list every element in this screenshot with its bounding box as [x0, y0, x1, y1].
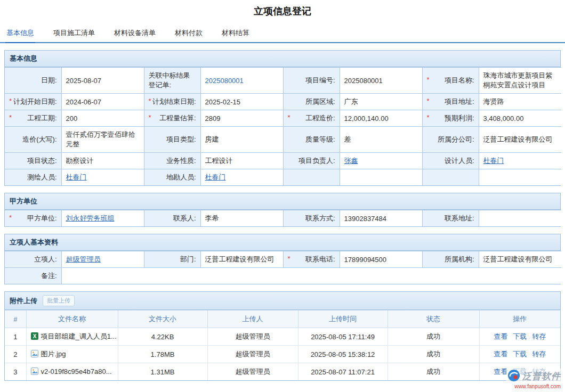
field-label-surveyor: 测绘人员:: [5, 169, 61, 186]
field-label-initiator: 立项人:: [5, 251, 61, 268]
view-link[interactable]: 查看: [494, 332, 507, 340]
initiator-table: 立项人: 超级管理员 部门: 泛普工程建设有限公司 *联系电话: 1789909…: [5, 251, 561, 284]
basic-row-2: *计划开始日期: 2024-06-07 *计划结束日期: 2025-02-15 …: [5, 94, 561, 110]
required-asterisk: *: [9, 214, 12, 223]
field-value-contact: 李希: [200, 210, 283, 227]
section-party-a: 甲方单位 *甲方单位: 刘永好劳务班组 联系人: 李希 联系方式: 139028…: [4, 193, 561, 227]
tab-material-settlement[interactable]: 材料结算: [221, 24, 251, 42]
field-label-contact: 联系人:: [144, 210, 200, 227]
file-name-cell: X项目部组建_调入人员1...: [26, 328, 118, 346]
attachments-table: # 文件名称 文件大小 上传人 上传时间 状态 操作 1 X项目部组建_调入人员…: [5, 310, 560, 380]
view-link[interactable]: 查看: [494, 368, 507, 375]
download-link[interactable]: 下载: [513, 332, 527, 340]
file-size: 4.22KB: [118, 328, 207, 346]
initiator-link[interactable]: 超级管理员: [66, 255, 101, 263]
file-row: 2 图片.jpg 1.78MB 超级管理员 2025-08-05 15:38:1…: [5, 346, 560, 363]
surveyor-link[interactable]: 杜春门: [66, 173, 87, 181]
section-party-a-title: 甲方单位: [10, 197, 37, 206]
field-label-date: 日期:: [5, 68, 61, 94]
download-link[interactable]: 下载: [513, 350, 527, 358]
basic-row-5: 项目状态: 勘察设计 业务性质: 工程设计 项目负责人: 张鑫 设计人员: 杜春…: [5, 153, 561, 169]
file-time: 2025-08-05 15:38:12: [298, 346, 388, 363]
empty-label-cell: [283, 169, 340, 186]
field-value-designer: 杜春门: [479, 153, 561, 169]
field-value-surveyor: 杜春门: [61, 169, 144, 186]
party-row-1: *甲方单位: 刘永好劳务班组 联系人: 李希 联系方式: 13902837484…: [5, 210, 561, 227]
field-label-geo: 地勘人员:: [144, 169, 200, 186]
empty-value-cell: [479, 169, 561, 186]
field-value-type: 房建: [200, 127, 283, 153]
col-header-name: 文件名称: [26, 311, 118, 328]
image-file-icon: [31, 350, 38, 359]
field-value-branch: 泛普工程建设有限公司: [479, 127, 561, 153]
fanpu-logo-icon: [507, 369, 520, 383]
file-index: 2: [5, 346, 26, 363]
required-asterisk: *: [149, 113, 151, 123]
field-value-party-unit: 刘永好劳务班组: [61, 210, 144, 227]
page: 立项信息登记 基本信息 项目施工清单 材料设备清单 材料付款 材料结算 基本信息…: [0, 0, 565, 381]
file-index: 1: [5, 328, 26, 346]
tab-construction-list[interactable]: 项目施工清单: [52, 24, 96, 42]
file-uploader: 超级管理员: [207, 346, 298, 363]
fanpu-watermark: 泛普软件 www.fanpusoft.com: [506, 369, 562, 390]
excel-file-icon: X: [31, 332, 38, 341]
project-leader-link[interactable]: 张鑫: [344, 157, 358, 165]
field-value-dept: 泛普工程建设有限公司: [200, 251, 283, 268]
field-label-leader: 项目负责人:: [283, 153, 340, 169]
watermark-url: www.fanpusoft.com: [507, 383, 561, 389]
field-label-quantity: *工程量估算:: [144, 110, 200, 127]
section-initiator-title: 立项人基本资料: [10, 238, 58, 247]
field-label-contact-phone: 联系方式:: [283, 210, 340, 227]
field-value-status: 勘察设计: [61, 153, 144, 169]
field-label-address: *项目地址:: [422, 94, 479, 110]
field-value-cost-words: 壹仟贰佰万零壹佰肆拾元整: [61, 127, 144, 153]
basic-row-4: 造价(大写): 壹仟贰佰万零壹佰肆拾元整 项目类型: 房建 质量等级: 差 所属…: [5, 127, 561, 153]
view-link[interactable]: 查看: [494, 350, 507, 358]
file-uploader: 超级管理员: [207, 328, 298, 346]
bid-result-link[interactable]: 2025080001: [205, 77, 244, 85]
tab-basic-info[interactable]: 基本信息: [5, 24, 35, 43]
col-header-index: #: [5, 311, 26, 328]
file-size: 1.78MB: [118, 346, 207, 363]
file-name: 项目部组建_调入人员1...: [41, 332, 117, 340]
file-size: 1.31MB: [118, 363, 207, 381]
tab-material-payment[interactable]: 材料付款: [174, 24, 204, 42]
section-attachments-header: 附件上传 批量上传: [5, 292, 560, 310]
initiator-row-2: 备注:: [5, 268, 561, 284]
field-value-project-name: 珠海市城市更新项目紫桐苑安置点设计项目: [479, 68, 561, 94]
field-label-type: 项目类型:: [144, 127, 200, 153]
file-index: 3: [5, 363, 26, 381]
section-party-a-header: 甲方单位: [5, 193, 560, 210]
required-asterisk: *: [9, 113, 12, 123]
file-name: v2-019f8c95e4b7a80...: [41, 368, 112, 375]
field-label-biz: 业务性质:: [144, 153, 200, 169]
saveas-link[interactable]: 转存: [532, 332, 546, 340]
required-asterisk: *: [427, 76, 430, 85]
field-label-remark: 备注:: [5, 268, 61, 284]
batch-upload-button[interactable]: 批量上传: [43, 295, 75, 306]
field-label-designer: 设计人员:: [422, 153, 479, 169]
file-row: 3 v2-019f8c95e4b7a80... 1.31MB 超级管理员 202…: [5, 363, 560, 381]
field-value-remark: [61, 268, 561, 284]
party-unit-link[interactable]: 刘永好劳务班组: [66, 214, 115, 222]
field-label-region: 所属区域:: [283, 94, 340, 110]
required-asterisk: *: [427, 113, 430, 123]
saveas-link[interactable]: 转存: [532, 350, 546, 358]
field-label-profit: *预期利润:: [422, 110, 479, 127]
field-label-status: 项目状态:: [5, 153, 61, 169]
required-asterisk: *: [288, 255, 290, 264]
designer-link[interactable]: 杜春门: [483, 157, 504, 165]
field-value-project-no: 2025080001: [340, 68, 422, 94]
field-value-quantity: 2809: [200, 110, 283, 127]
field-value-initiator: 超级管理员: [61, 251, 144, 268]
section-basic-info-title: 基本信息: [10, 54, 37, 63]
tab-material-equipment-list[interactable]: 材料设备清单: [113, 24, 157, 42]
required-asterisk: *: [288, 113, 290, 123]
initiator-row-1: 立项人: 超级管理员 部门: 泛普工程建设有限公司 *联系电话: 1789909…: [5, 251, 561, 268]
file-name: 图片.jpg: [41, 350, 66, 358]
geo-surveyor-link[interactable]: 杜春门: [205, 173, 226, 181]
empty-label-cell: [422, 169, 479, 186]
section-attachments: 附件上传 批量上传 # 文件名称 文件大小 上传人 上传时间 状态 操作 1 X…: [4, 291, 561, 381]
file-time: 2025-08-05 17:11:49: [298, 328, 388, 346]
field-value-cost: 12,000,140.00: [340, 110, 422, 127]
